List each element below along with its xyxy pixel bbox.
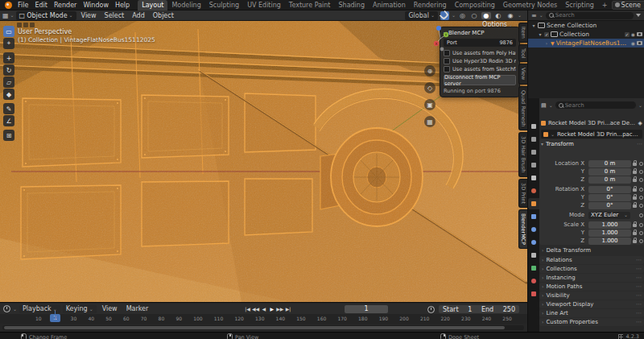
end-frame-field[interactable]: 250 <box>503 306 515 313</box>
workspace-tab-compositing[interactable]: Compositing <box>451 0 499 10</box>
shading-material-button[interactable]: ◐ <box>493 12 503 19</box>
lock-icon[interactable] <box>633 163 637 166</box>
lock-icon[interactable] <box>633 224 637 227</box>
disconnect-mcp-button[interactable]: Disconnect from MCP server <box>444 75 516 85</box>
outliner-row-collection[interactable]: ▾ ✓ Collection ✓ ◉ <box>528 30 644 39</box>
transform-orientation-dropdown[interactable]: Global ⌄ <box>405 11 438 20</box>
snap-options-chevron-icon[interactable]: ⌄ <box>452 13 456 18</box>
animate-dot-icon[interactable] <box>639 231 643 235</box>
new-workspace-button[interactable]: + <box>598 0 612 10</box>
checkbox-icon[interactable] <box>444 58 450 64</box>
editor-type-icon[interactable]: ▦ <box>2 12 9 19</box>
animate-dot-icon[interactable] <box>639 196 643 200</box>
move-tool[interactable]: + <box>3 52 14 64</box>
panel-viewport-display[interactable]: › Viewport Display ⋯ <box>539 300 644 308</box>
pan-button[interactable]: ◇ <box>424 82 436 93</box>
panel-instancing[interactable]: › Instancing ⋯ <box>539 274 644 282</box>
workspace-tab-sculpting[interactable]: Sculpting <box>205 0 243 10</box>
sidebar-tab-view[interactable]: View <box>518 64 527 84</box>
jump-to-start-button[interactable]: |◀ <box>244 304 251 313</box>
zoom-button[interactable]: ⊕ <box>424 65 436 76</box>
pin-icon[interactable]: ◈ <box>638 120 642 126</box>
mode-dropdown[interactable]: □ Object Mode ⌄ <box>16 11 76 20</box>
render-camera-icon[interactable] <box>637 41 642 45</box>
proportional-editing-icon[interactable]: ◎ <box>458 11 467 20</box>
properties-editor-icon[interactable]: ▤ <box>541 102 547 109</box>
location-x-field[interactable]: 0 m <box>588 160 631 167</box>
rotation-z-field[interactable]: 0° <box>588 202 631 209</box>
start-frame-field[interactable]: 1 <box>468 306 472 313</box>
tab-particles[interactable] <box>528 224 539 235</box>
transform-tool[interactable]: ◆ <box>3 89 14 100</box>
shading-wireframe-button[interactable]: ○ <box>469 12 479 19</box>
lock-icon[interactable] <box>633 240 637 243</box>
editor-corner-icon[interactable] <box>30 23 35 27</box>
hide-eye-icon[interactable]: ◉ <box>631 40 635 46</box>
animate-dot-icon[interactable] <box>639 223 643 227</box>
menu-marker[interactable]: Marker <box>123 305 152 312</box>
sidebar-tab-blendermcp[interactable]: BlenderMCP <box>518 209 527 249</box>
rotation-x-field[interactable]: 0° <box>588 186 631 193</box>
lock-icon[interactable] <box>633 179 637 182</box>
tab-output[interactable] <box>528 147 539 158</box>
camera-view-button[interactable]: ▣ <box>424 99 436 110</box>
editor-corner-icon[interactable] <box>17 23 22 27</box>
outliner-search[interactable] <box>546 12 634 19</box>
menu-edit[interactable]: Edit <box>31 2 51 9</box>
shading-options-chevron-icon[interactable]: ⌄ <box>518 13 522 18</box>
animate-dot-icon[interactable] <box>639 188 643 192</box>
shading-rendered-button[interactable]: ◉ <box>506 12 515 19</box>
tab-data[interactable] <box>528 263 539 274</box>
collapse-arrow-icon[interactable]: ▾ <box>531 23 536 28</box>
lock-icon[interactable] <box>633 232 637 235</box>
tab-world[interactable] <box>528 185 539 196</box>
properties-search[interactable] <box>555 101 636 109</box>
render-camera-icon[interactable] <box>637 32 642 36</box>
rotation-y-field[interactable]: 0° <box>588 194 631 201</box>
timeline-editor-icon[interactable] <box>3 305 10 312</box>
workspace-tab-animation[interactable]: Animation <box>369 0 410 10</box>
selectable-checkbox-icon[interactable]: ✓ <box>625 32 630 37</box>
tab-constraints[interactable] <box>528 250 539 261</box>
sidebar-tab-tool[interactable]: Tool <box>518 44 527 63</box>
menu-view[interactable]: View <box>78 12 100 19</box>
tab-texture[interactable] <box>528 288 539 300</box>
sidebar-tab-3d-hair-brush[interactable]: 3D Hair Brush <box>518 132 527 176</box>
tab-object[interactable] <box>528 198 539 209</box>
tab-tool[interactable] <box>528 121 539 132</box>
hyper3d-checkbox-row[interactable]: Use Hyper3D Rodin 3D model gener... <box>444 57 516 65</box>
workspace-tab-layout[interactable]: Layout <box>138 0 167 10</box>
menu-window[interactable]: Window <box>80 2 112 9</box>
delta-transform-header[interactable]: › Delta Transform <box>539 246 644 254</box>
rotation-mode-dropdown[interactable]: XYZ Euler ⌄ <box>588 212 630 219</box>
menu-help[interactable]: Help <box>112 2 133 9</box>
hide-eye-icon[interactable]: ◉ <box>631 31 635 37</box>
play-reverse-button[interactable]: ◀ <box>260 304 267 313</box>
sidebar-tab-item[interactable]: Item <box>518 23 527 43</box>
workspace-tab-shading[interactable]: Shading <box>334 0 369 10</box>
lock-icon[interactable] <box>633 188 637 192</box>
polyhaven-checkbox-row[interactable]: Use assets from Poly Haven <box>444 49 516 57</box>
ortho-toggle-button[interactable]: ▦ <box>424 116 436 127</box>
panel-visibility[interactable]: › Visibility ⋯ <box>539 291 644 300</box>
scrollbar-handle[interactable] <box>4 326 505 329</box>
collapse-arrow-icon[interactable]: ▾ <box>538 31 543 37</box>
outliner-search-input[interactable] <box>555 12 630 19</box>
tab-view-layer[interactable] <box>528 159 539 171</box>
timeline-scrollbar[interactable] <box>2 325 524 330</box>
lock-icon[interactable] <box>633 196 637 200</box>
transform-panel-header[interactable]: ▾ Transform ⋯ <box>541 141 642 147</box>
animate-dot-icon[interactable] <box>639 239 643 243</box>
properties-search-input[interactable] <box>565 102 633 109</box>
animate-dot-icon[interactable] <box>639 213 643 217</box>
editor-corner-icon[interactable] <box>23 23 28 27</box>
add-cube-tool[interactable]: ⊞ <box>3 130 14 141</box>
animate-dot-icon[interactable] <box>639 204 643 208</box>
prev-keyframe-button[interactable]: ◀◀ <box>252 304 259 313</box>
outliner-row-scene-collection[interactable]: ▾ Scene Collection <box>528 21 644 30</box>
keying-dropdown[interactable]: Keying ⌄ <box>63 305 97 313</box>
checkbox-icon[interactable] <box>444 66 450 72</box>
select-box-tool[interactable]: ▭ <box>3 26 14 37</box>
animate-dot-icon[interactable] <box>639 178 643 182</box>
location-y-field[interactable]: 0 m <box>588 168 631 176</box>
